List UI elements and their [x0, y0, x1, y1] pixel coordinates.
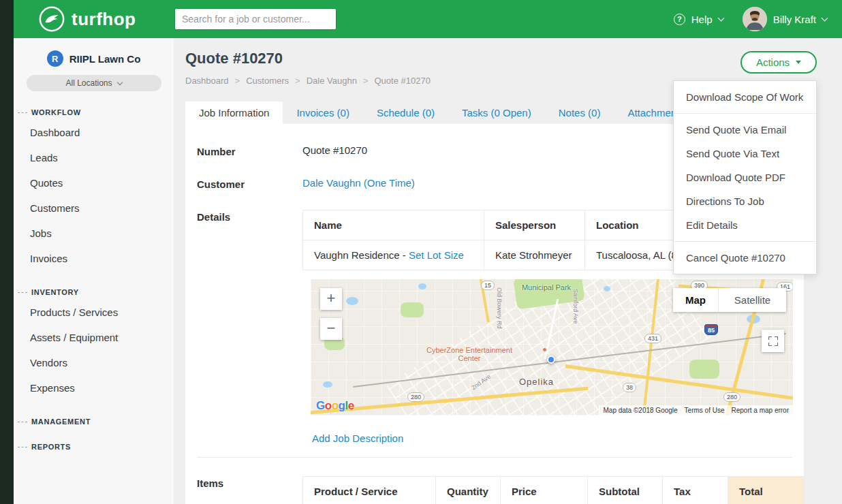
company: R RIIPL Lawn Co — [19, 50, 168, 67]
nav-section-label: MANAGEMENT — [31, 418, 91, 426]
map-data-credit: Map data ©2018 Google — [603, 407, 677, 414]
actions-button[interactable]: Actions — [740, 51, 817, 74]
sidebar-item-jobs[interactable]: Jobs — [14, 221, 174, 246]
details-header-salesperson: Salesperson — [484, 210, 585, 240]
map-label-opelika: Opelika — [519, 377, 554, 387]
nav-section-label: REPORTS — [31, 443, 71, 451]
tab-schedule[interactable]: Schedule (0) — [363, 101, 448, 124]
items-table: Product / Service Quantity Price Subtota… — [302, 476, 805, 504]
turfhop-logo-icon — [38, 5, 65, 33]
breadcrumb-dashboard[interactable]: Dashboard — [185, 76, 229, 86]
map-park-area — [689, 360, 719, 379]
tree-dash-icon — [18, 292, 27, 293]
brand[interactable]: turfhop — [38, 0, 136, 38]
location-selector[interactable]: All Locations — [27, 75, 161, 91]
add-job-description-link[interactable]: Add Job Description — [312, 432, 403, 444]
nav-section-label: INVENTORY — [31, 288, 79, 296]
breadcrumb-customers[interactable]: Customers — [246, 76, 289, 86]
menu-item-edit-details[interactable]: Edit Details — [674, 213, 816, 237]
details-label: Details — [197, 210, 302, 223]
interstate-shield-85: 85 — [704, 324, 718, 335]
tab-job-information[interactable]: Job Information — [185, 101, 283, 124]
avatar — [743, 7, 767, 31]
map-water-area — [418, 283, 426, 289]
satellite-view-button[interactable]: Satellite — [718, 288, 786, 312]
set-lot-size-link[interactable]: Set Lot Size — [409, 249, 464, 261]
edge-strip — [0, 0, 14, 504]
items-header-subtotal: Subtotal — [588, 477, 663, 504]
tab-notes[interactable]: Notes (0) — [545, 101, 614, 124]
nav-section-management[interactable]: MANAGEMENT — [18, 418, 174, 426]
menu-item-directions-to-job[interactable]: Directions To Job — [674, 189, 816, 213]
breadcrumb-current: Quote #10270 — [374, 76, 430, 86]
help-menu[interactable]: Help — [674, 14, 723, 25]
job-name-text: Vaughn Residence - — [314, 249, 409, 261]
help-label: Help — [691, 14, 713, 25]
search-input[interactable] — [174, 8, 337, 30]
menu-item-send-quote-via-email[interactable]: Send Quote Via Email — [674, 118, 816, 142]
sidebar: R RIIPL Lawn Co All Locations WORKFLOW D… — [14, 38, 174, 504]
map-water-area — [346, 297, 358, 305]
customer-name-link[interactable]: Dale Vaughn — [302, 177, 361, 189]
terms-of-use-link[interactable]: Terms of Use — [685, 407, 725, 414]
chevron-down-icon — [116, 80, 122, 85]
breadcrumb-separator: > — [235, 76, 240, 86]
menu-item-download-scope-of-work[interactable]: Download Scope Of Work — [674, 85, 816, 109]
menu-divider — [674, 113, 816, 114]
road-shield-38: 38 — [623, 383, 636, 392]
menu-item-cancel-quote[interactable]: Cancel Quote #10270 — [674, 246, 816, 270]
items-header-tax: Tax — [663, 477, 728, 504]
nav-section-label: WORKFLOW — [31, 108, 81, 116]
road-shield-280: 280 — [407, 392, 424, 402]
menu-divider — [674, 241, 816, 242]
sidebar-item-leads[interactable]: Leads — [14, 145, 174, 170]
brand-name: turfhop — [72, 9, 136, 30]
tree-dash-icon — [18, 422, 27, 422]
tab-tasks[interactable]: Tasks (0 Open) — [448, 101, 545, 124]
sidebar-item-customers[interactable]: Customers — [14, 195, 174, 221]
nav-section-reports[interactable]: REPORTS — [18, 443, 174, 451]
tab-invoices[interactable]: Invoices (0) — [283, 101, 363, 124]
map-marker-icon[interactable] — [547, 356, 555, 364]
report-map-error-link[interactable]: Report a map error — [732, 407, 789, 414]
sidebar-item-vendors[interactable]: Vendors — [14, 350, 174, 375]
top-bar: turfhop Help Billy Kraft — [0, 0, 842, 38]
map[interactable]: Municipal Park CyberZone Entertainment C… — [311, 279, 793, 415]
sidebar-item-assets-equipment[interactable]: Assets / Equipment — [14, 325, 174, 350]
number-value: Quote #10270 — [302, 144, 367, 156]
map-park-area — [401, 302, 424, 317]
chevron-down-icon — [822, 14, 828, 21]
map-label-samford-ave: Samford Ave — [572, 289, 579, 324]
map-label-old-bowery-rd: Old Bowery Rd — [496, 287, 503, 329]
sidebar-nav: WORKFLOW Dashboard Leads Quotes Customer… — [14, 108, 174, 451]
fullscreen-button[interactable] — [762, 330, 784, 352]
nav-section-inventory: INVENTORY — [18, 288, 174, 296]
items-label: Items — [197, 476, 302, 489]
details-cell-name: Vaughn Residence - Set Lot Size — [303, 240, 484, 270]
items-table-header-row: Product / Service Quantity Price Subtota… — [303, 477, 805, 504]
zoom-out-button[interactable]: − — [320, 318, 342, 340]
google-logo[interactable]: Google — [316, 399, 354, 413]
map-view-button[interactable]: Map — [673, 288, 718, 312]
nav-section-workflow: WORKFLOW — [18, 108, 174, 116]
items-row: Items Product / Service Quantity Price — [197, 457, 792, 504]
sidebar-item-invoices[interactable]: Invoices — [14, 246, 174, 271]
poi-marker-icon — [542, 347, 547, 352]
sidebar-item-dashboard[interactable]: Dashboard — [14, 120, 174, 145]
breadcrumb-separator: > — [363, 76, 369, 86]
road-shield-431: 431 — [644, 334, 661, 343]
number-label: Number — [197, 144, 302, 157]
company-logo: R — [47, 50, 63, 67]
menu-item-send-quote-via-text[interactable]: Send Quote Via Text — [674, 142, 816, 166]
user-menu[interactable]: Billy Kraft — [743, 7, 827, 31]
breadcrumb-dale-vaughn[interactable]: Dale Vaughn — [307, 76, 357, 86]
items-header-quantity: Quantity — [436, 477, 501, 504]
sidebar-item-expenses[interactable]: Expenses — [14, 375, 174, 400]
main-content: Quote #10270 Dashboard > Customers > Dal… — [174, 38, 842, 504]
sidebar-item-quotes[interactable]: Quotes — [14, 170, 174, 195]
sidebar-item-products-services[interactable]: Products / Services — [14, 300, 174, 325]
zoom-in-button[interactable]: + — [320, 288, 342, 310]
road-shield-280: 280 — [723, 392, 740, 402]
customer-type-link[interactable]: (One Time) — [364, 177, 415, 189]
menu-item-download-quote-pdf[interactable]: Download Quote PDF — [674, 166, 816, 189]
